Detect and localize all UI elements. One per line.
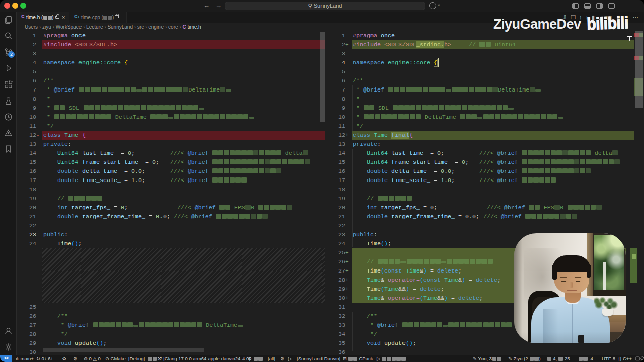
svg-text:bilibili: bilibili xyxy=(587,13,629,31)
